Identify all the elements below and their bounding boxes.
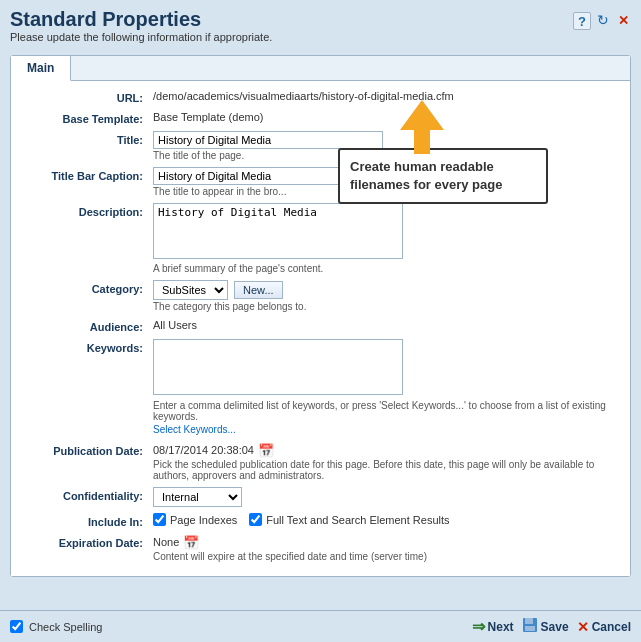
- category-label: Category:: [23, 280, 153, 295]
- description-textarea[interactable]: History of Digital Media: [153, 203, 403, 259]
- next-button[interactable]: ⇒ Next: [472, 617, 514, 636]
- keywords-hint: Enter a comma delimited list of keywords…: [153, 400, 618, 422]
- category-field: SubSites New... The category this page b…: [153, 280, 618, 312]
- keywords-row: Keywords: Enter a comma delimited list o…: [23, 339, 618, 436]
- save-button[interactable]: Save: [522, 617, 569, 636]
- pub-date-field: 08/17/2014 20:38:04 📅 Pick the scheduled…: [153, 442, 618, 481]
- include-page-indexes-item: Page Indexes: [153, 513, 237, 526]
- check-spelling-label: Check Spelling: [29, 621, 102, 633]
- cancel-icon: ✕: [577, 619, 589, 635]
- footer-right: ⇒ Next Save ✕ Cancel: [472, 617, 631, 636]
- expiration-row: Expiration Date: None 📅 Content will exp…: [23, 534, 618, 562]
- svg-rect-2: [525, 618, 533, 624]
- help-icon[interactable]: ?: [573, 12, 591, 30]
- check-spelling-checkbox[interactable]: [10, 620, 23, 633]
- tab-main[interactable]: Main: [11, 56, 71, 81]
- refresh-icon[interactable]: ↻: [595, 12, 611, 28]
- description-row: Description: History of Digital Media A …: [23, 203, 618, 274]
- base-template-field: Base Template (demo): [153, 110, 618, 124]
- title-bar-label: Title Bar Caption:: [23, 167, 153, 182]
- include-full-text-item: Full Text and Search Element Results: [249, 513, 449, 526]
- next-icon: ⇒: [472, 617, 485, 636]
- svg-marker-0: [400, 100, 444, 154]
- url-field: /demo/academics/visualmediaarts/history-…: [153, 89, 618, 103]
- category-select[interactable]: SubSites: [153, 280, 228, 300]
- description-hint: A brief summary of the page's content.: [153, 263, 618, 274]
- tab-container: Main URL: /demo/academics/visualmediaart…: [10, 55, 631, 577]
- confidentiality-select[interactable]: Internal Confidential Public: [153, 487, 242, 507]
- confidentiality-field: Internal Confidential Public: [153, 487, 618, 507]
- tooltip-arrow: [400, 100, 444, 157]
- expiration-label: Expiration Date:: [23, 534, 153, 549]
- confidentiality-row: Confidentiality: Internal Confidential P…: [23, 487, 618, 507]
- url-label: URL:: [23, 89, 153, 104]
- page-indexes-checkbox[interactable]: [153, 513, 166, 526]
- description-label: Description:: [23, 203, 153, 218]
- next-label: Next: [488, 620, 514, 634]
- svg-rect-3: [525, 626, 535, 631]
- include-row: Include In: Page Indexes Full Text and S…: [23, 513, 618, 528]
- audience-field: All Users: [153, 318, 618, 332]
- calendar-icon[interactable]: 📅: [258, 442, 274, 458]
- audience-value: All Users: [153, 316, 197, 331]
- full-text-label: Full Text and Search Element Results: [266, 514, 449, 526]
- category-controls: SubSites New...: [153, 280, 618, 300]
- category-row: Category: SubSites New... The category t…: [23, 280, 618, 312]
- include-controls: Page Indexes Full Text and Search Elemen…: [153, 513, 618, 526]
- base-template-value: Base Template (demo): [153, 108, 263, 123]
- new-category-button[interactable]: New...: [234, 281, 283, 299]
- full-text-checkbox[interactable]: [249, 513, 262, 526]
- base-template-label: Base Template:: [23, 110, 153, 125]
- page-subtitle: Please update the following information …: [10, 31, 272, 43]
- page-wrapper: Standard Properties Please update the fo…: [0, 0, 641, 642]
- pub-date-row: Publication Date: 08/17/2014 20:38:04 📅 …: [23, 442, 618, 481]
- cancel-button[interactable]: ✕ Cancel: [577, 619, 631, 635]
- expiration-field: None 📅 Content will expire at the specif…: [153, 534, 618, 562]
- expiration-hint: Content will expire at the specified dat…: [153, 551, 618, 562]
- pub-date-hint: Pick the scheduled publication date for …: [153, 459, 618, 481]
- save-icon-svg: [522, 617, 538, 633]
- keywords-textarea[interactable]: [153, 339, 403, 395]
- title-label: Title:: [23, 131, 153, 146]
- tab-bar: Main: [11, 56, 630, 81]
- close-icon[interactable]: ✕: [615, 12, 631, 28]
- header-icons: ? ↻ ✕: [573, 12, 631, 30]
- category-hint: The category this page belongs to.: [153, 301, 618, 312]
- audience-label: Audience:: [23, 318, 153, 333]
- cancel-label: Cancel: [592, 620, 631, 634]
- audience-row: Audience: All Users: [23, 318, 618, 333]
- confidentiality-label: Confidentiality:: [23, 487, 153, 502]
- save-icon: [522, 617, 538, 636]
- page-title: Standard Properties: [10, 8, 272, 31]
- header-left: Standard Properties Please update the fo…: [10, 8, 272, 51]
- footer-bar: Check Spelling ⇒ Next Save ✕ Cancel: [0, 610, 641, 642]
- page-header: Standard Properties Please update the fo…: [10, 8, 631, 51]
- save-label: Save: [541, 620, 569, 634]
- description-field: History of Digital Media A brief summary…: [153, 203, 618, 274]
- keywords-label: Keywords:: [23, 339, 153, 354]
- pub-date-label: Publication Date:: [23, 442, 153, 457]
- page-indexes-label: Page Indexes: [170, 514, 237, 526]
- select-keywords-link[interactable]: Select Keywords...: [153, 424, 236, 435]
- tooltip-text: Create human readable filenames for ever…: [350, 159, 502, 192]
- footer-left: Check Spelling: [10, 620, 102, 633]
- arrow-up-icon: [400, 100, 444, 154]
- include-field: Page Indexes Full Text and Search Elemen…: [153, 513, 618, 526]
- expiration-value: None: [153, 536, 179, 548]
- pub-date-controls: 08/17/2014 20:38:04 📅: [153, 442, 618, 458]
- pub-date-value: 08/17/2014 20:38:04: [153, 444, 254, 456]
- keywords-field: Enter a comma delimited list of keywords…: [153, 339, 618, 436]
- base-template-row: Base Template: Base Template (demo): [23, 110, 618, 125]
- expiration-calendar-icon[interactable]: 📅: [183, 534, 199, 550]
- url-row: URL: /demo/academics/visualmediaarts/his…: [23, 89, 618, 104]
- include-label: Include In:: [23, 513, 153, 528]
- expiration-controls: None 📅: [153, 534, 618, 550]
- title-input[interactable]: [153, 131, 383, 149]
